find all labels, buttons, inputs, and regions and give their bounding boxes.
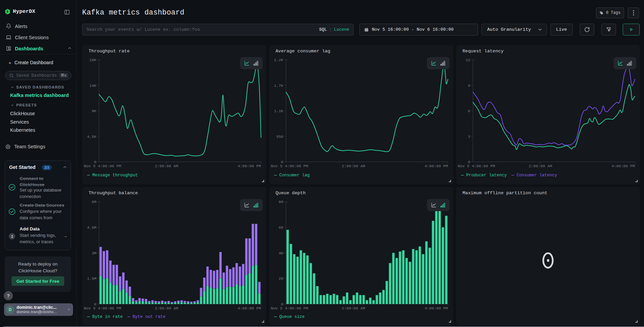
svg-text:Nov 5 4:00:00 PM: Nov 5 4:00:00 PM (271, 164, 308, 168)
svg-text:20: 20 (279, 276, 283, 281)
svg-text:1.1K: 1.1K (274, 109, 283, 113)
svg-text:4:00:00 PM: 4:00:00 PM (425, 164, 448, 168)
svg-text:550: 550 (276, 134, 283, 139)
svg-text:Nov 5 4:00:00 PM: Nov 5 4:00:00 PM (271, 306, 308, 310)
svg-text:4:00:00 PM: 4:00:00 PM (612, 164, 635, 168)
svg-text:2.2K: 2.2K (274, 58, 283, 62)
svg-text:4:00:00 PM: 4:00:00 PM (425, 306, 448, 310)
svg-text:12: 12 (466, 58, 470, 62)
svg-text:9: 9 (468, 83, 470, 88)
svg-text:4.5M: 4.5M (87, 225, 96, 230)
svg-text:18K: 18K (89, 58, 96, 62)
svg-text:3: 3 (468, 134, 470, 139)
svg-text:2:00:00 AM: 2:00:00 AM (155, 164, 178, 168)
svg-text:1.7K: 1.7K (274, 83, 283, 88)
svg-text:14K: 14K (89, 83, 96, 88)
svg-text:2:00:00 AM: 2:00:00 AM (529, 164, 552, 168)
svg-text:3M: 3M (92, 251, 96, 255)
svg-text:6: 6 (468, 109, 470, 113)
svg-text:4:00:00 PM: 4:00:00 PM (238, 164, 261, 168)
svg-text:Nov 5 4:00:00 PM: Nov 5 4:00:00 PM (84, 306, 121, 310)
svg-text:6M: 6M (92, 200, 96, 204)
svg-text:4.5K: 4.5K (87, 134, 96, 139)
svg-text:1.5M: 1.5M (87, 276, 96, 281)
svg-text:60: 60 (279, 225, 283, 230)
svg-text:Nov 5 4:00:00 PM: Nov 5 4:00:00 PM (84, 164, 121, 168)
svg-text:9K: 9K (92, 109, 96, 113)
svg-text:80: 80 (279, 200, 283, 204)
svg-text:Nov 5 4:00:00 PM: Nov 5 4:00:00 PM (458, 164, 495, 168)
svg-text:2:00:00 AM: 2:00:00 AM (342, 164, 365, 168)
svg-text:2:00:00 AM: 2:00:00 AM (155, 306, 178, 310)
svg-text:2:00:00 AM: 2:00:00 AM (342, 306, 365, 310)
svg-text:40: 40 (279, 251, 283, 255)
svg-text:4:00:00 PM: 4:00:00 PM (238, 306, 261, 310)
